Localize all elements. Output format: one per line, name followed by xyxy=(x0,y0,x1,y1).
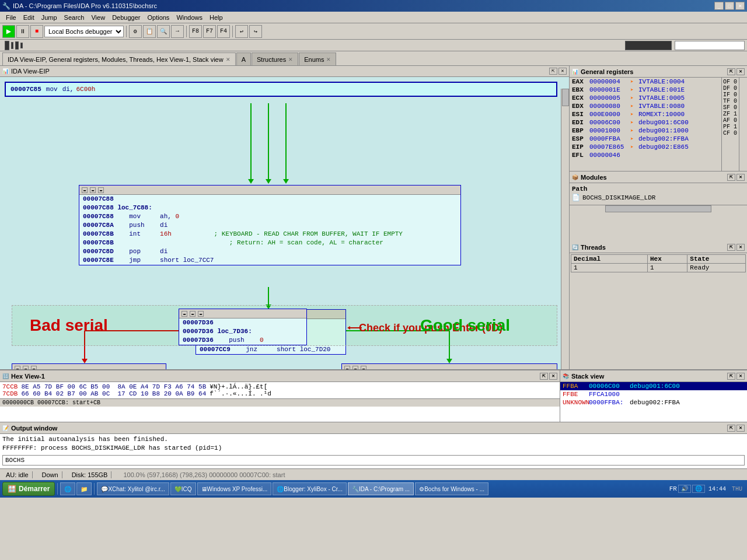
toolbar-btn-3[interactable]: 🔍 xyxy=(157,25,170,38)
cb3-icon2: ▬ xyxy=(23,366,29,369)
hex-float-btn[interactable]: ⇱ xyxy=(540,373,548,380)
stack-view-title: Stack view xyxy=(571,373,604,380)
cb5-icon2: ▬ xyxy=(190,311,196,317)
taskbar-btn-winxp[interactable]: 🖥 Windows XP Professi... xyxy=(197,482,272,495)
hex-close-btn[interactable]: ✕ xyxy=(549,373,557,380)
cb1-line4: 00007C8A push di xyxy=(79,221,460,230)
thr-float-btn[interactable]: ⇱ xyxy=(727,244,735,251)
annotation-good-serial: Good serial xyxy=(420,316,510,335)
thr-close-btn[interactable]: ✕ xyxy=(736,244,745,251)
taskbar-btn-xchat[interactable]: 💬 XChat: Xylitol @irc.r... xyxy=(97,482,169,495)
ida-close-button[interactable]: ✕ xyxy=(558,68,567,75)
tray-volume[interactable]: 🔊 xyxy=(678,485,691,493)
run-to-cursor[interactable]: F4 xyxy=(217,25,230,38)
taskbar-btn-bochs[interactable]: ⚙ Bochs for Windows - ... xyxy=(415,482,488,495)
tab-main-close[interactable]: ✕ xyxy=(226,57,231,62)
menu-help[interactable]: Help xyxy=(206,13,226,22)
cb1-icon1: ▬ xyxy=(82,187,88,193)
svg-marker-10 xyxy=(82,359,88,363)
tray-network[interactable]: 🌐 xyxy=(692,485,705,493)
reg-close-btn[interactable]: ✕ xyxy=(736,68,745,75)
play-button[interactable]: ▶ xyxy=(2,25,15,38)
code-block-4[interactable]: ▬ ▬ ▬ 00007D20 ; START OF FUNCTION CHUNK… xyxy=(341,363,557,369)
registers-icon: 📊 xyxy=(572,69,578,75)
debugger-select[interactable]: Local Bochs debugger xyxy=(44,26,124,37)
output-float-btn[interactable]: ⇱ xyxy=(727,425,735,432)
threads-controls[interactable]: ⇱ ✕ xyxy=(727,244,745,251)
modules-path-label: Path xyxy=(572,186,745,192)
step-into-button[interactable]: F7 xyxy=(203,25,216,38)
code-block-1-header: ▬ ▬ ▬ xyxy=(79,186,460,195)
menu-view[interactable]: View xyxy=(88,13,109,22)
menu-search[interactable]: Search xyxy=(61,13,88,22)
stack-row-unknown: UNKNOWN 0000FFBA: debug002:FFBA xyxy=(560,398,747,407)
output-input-area: BOCHS xyxy=(2,455,745,466)
flags-area: OF 0 DF 0 IF 0 TF 0 SF 0 ZF 1 AF 0 PF 1 … xyxy=(721,78,739,171)
start-button[interactable]: 🪟 Démarrer xyxy=(2,482,55,496)
reg-scrollbar[interactable] xyxy=(739,78,747,171)
modules-scrollbar-thumb[interactable] xyxy=(605,205,711,212)
taskbar-btn-icq[interactable]: 💚 ICQ xyxy=(170,482,196,495)
menu-windows[interactable]: Windows xyxy=(173,13,206,22)
output-controls[interactable]: ⇱ ✕ xyxy=(727,425,745,432)
menu-file[interactable]: File xyxy=(2,13,20,22)
reg-row-eax: EAX 00000004 ➤ IVTABLE:0004 xyxy=(570,78,721,86)
flag-af: AF 0 xyxy=(723,117,738,124)
mod-close-btn[interactable]: ✕ xyxy=(736,174,745,181)
stack-view-controls[interactable]: ⇱ ✕ xyxy=(727,373,745,380)
hex-bytes-2: 66 60 B4 02 B7 00 AB 0C 17 CD 10 B8 20 0… xyxy=(21,390,206,397)
modules-controls[interactable]: ⇱ ✕ xyxy=(727,174,745,181)
registers-controls[interactable]: ⇱ ✕ xyxy=(727,68,745,75)
tab-structures-close[interactable]: ✕ xyxy=(288,57,293,62)
cb1-line8: 00007C8E jmp short loc_7CC7 xyxy=(79,256,460,265)
tab-structures[interactable]: Structures ✕ xyxy=(252,52,298,65)
taskbar-btn-blogger[interactable]: 🌐 Blogger: XyliBox - Cr... xyxy=(273,482,347,495)
stop-button[interactable]: ■ xyxy=(30,25,43,38)
code-block-1[interactable]: ▬ ▬ ▬ 00007C88 00007C88 loc_7C88: 00007C… xyxy=(79,185,461,265)
tab-main[interactable]: IDA View-EIP, General registers, Modules… xyxy=(2,52,236,65)
taskbar-btn-ie[interactable]: 🌐 xyxy=(60,482,75,495)
graph-area[interactable]: 00007C85 mov di, 6C00h ▬ ▬ ▬ 00007C88 00… xyxy=(0,77,569,369)
title-controls[interactable]: _ □ ✕ xyxy=(714,2,745,10)
maximize-button[interactable]: □ xyxy=(725,2,734,10)
taskbar-btn-ida[interactable]: 🔧 IDA - C:\Program ... xyxy=(348,482,414,495)
step-over-button[interactable]: F8 xyxy=(189,25,202,38)
graph-scrollbar[interactable] xyxy=(561,89,569,369)
code-block-5[interactable]: ▬ ▬ ▬ 00007D36 00007D36 loc_7D36: 00007D… xyxy=(179,309,307,345)
winxp-icon: 🖥 xyxy=(201,486,207,492)
menu-edit[interactable]: Edit xyxy=(20,13,38,22)
mod-float-btn[interactable]: ⇱ xyxy=(727,174,735,181)
taskbar-btn-folder[interactable]: 📁 xyxy=(76,482,92,495)
toolbar-btn-2[interactable]: 📋 xyxy=(143,25,156,38)
tab-enums-close[interactable]: ✕ xyxy=(326,57,331,62)
ida-float-button[interactable]: ⇱ xyxy=(549,68,557,75)
menu-debugger[interactable]: Debugger xyxy=(109,13,144,22)
toolbar-btn-5[interactable]: ↩ xyxy=(235,25,248,38)
code-block-3[interactable]: ▬ ▬ ▬ 00007CCB mov si, 7DA5h 00007CCE mo… xyxy=(12,363,166,369)
cb1-line1: 00007C88 xyxy=(79,195,460,204)
scrollbar-thumb[interactable] xyxy=(562,89,569,106)
ida-view-controls[interactable]: ⇱ ✕ xyxy=(549,68,567,75)
menu-options[interactable]: Options xyxy=(144,13,173,22)
hex-view-controls[interactable]: ⇱ ✕ xyxy=(540,373,557,380)
stack-close-btn[interactable]: ✕ xyxy=(736,373,745,380)
minimize-button[interactable]: _ xyxy=(714,2,724,10)
stack-float-btn[interactable]: ⇱ xyxy=(727,373,735,380)
tab-structures-a[interactable]: A xyxy=(236,52,251,65)
toolbar-btn-6[interactable]: ↪ xyxy=(249,25,262,38)
cb2-line4: 00007CC9 jnz short loc_7D20 xyxy=(196,345,345,354)
taskbar: 🪟 Démarrer 🌐 📁 💬 XChat: Xylitol @irc.r..… xyxy=(0,480,747,498)
svg-marker-13 xyxy=(446,359,452,363)
search-input[interactable] xyxy=(675,41,745,50)
output-close-btn[interactable]: ✕ xyxy=(736,425,745,432)
stack-addr-2: FFBE xyxy=(563,391,589,398)
reg-float-btn[interactable]: ⇱ xyxy=(727,68,735,75)
close-button[interactable]: ✕ xyxy=(735,2,745,10)
tab-enums[interactable]: Enums ✕ xyxy=(299,52,336,65)
menu-jump[interactable]: Jump xyxy=(38,13,61,22)
toolbar-btn-1[interactable]: ⚙ xyxy=(129,25,142,38)
tray-flag: FR xyxy=(669,485,677,492)
toolbar-btn-4[interactable]: → xyxy=(171,25,184,38)
modules-scrollbar-h[interactable] xyxy=(570,205,747,213)
pause-button[interactable]: ⏸ xyxy=(16,25,29,38)
